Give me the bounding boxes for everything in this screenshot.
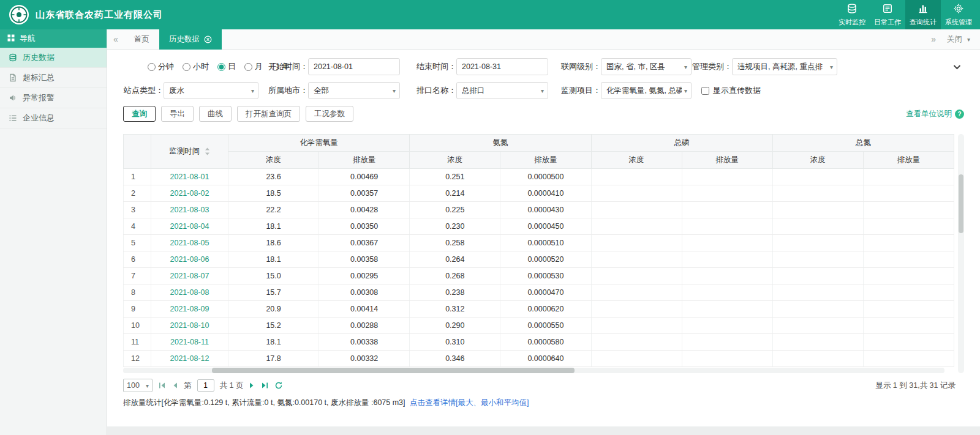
chevron-down-icon: ▾: [967, 36, 970, 43]
sub-header-emission: 排放量: [863, 152, 954, 169]
sort-icon[interactable]: [205, 147, 210, 155]
hour-radio[interactable]: [183, 63, 190, 71]
tab-history-data[interactable]: 历史数据: [159, 29, 222, 50]
last-page-icon[interactable]: [261, 382, 269, 389]
brand: 山东省联合农药工业有限公司: [0, 4, 163, 25]
sidebar-title: 导航: [0, 29, 107, 48]
next-page-icon[interactable]: [249, 382, 255, 389]
alarm-speaker-icon: [9, 94, 17, 102]
open-new-query-button[interactable]: 打开新查询页: [237, 106, 300, 122]
sidebar-item-history-data[interactable]: 历史数据: [0, 48, 107, 68]
curve-button[interactable]: 曲线: [199, 106, 232, 122]
direct-data-checkbox[interactable]: [701, 87, 709, 95]
collapse-filters-chevron-icon[interactable]: [952, 64, 962, 70]
table-row[interactable]: 12 2021-08-12 17.8 0.00332 0.346 0.00006…: [124, 351, 954, 367]
table-row[interactable]: 10 2021-08-10 15.2 0.00288 0.290 0.00005…: [124, 318, 954, 334]
main-area: 导航 历史数据 超标汇总 异常报警 企业信息 «: [0, 29, 980, 435]
tabs-scroll-right-icon[interactable]: »: [925, 34, 942, 44]
table-row[interactable]: 6 2021-08-06 18.1 0.00358 0.264 0.000052…: [124, 251, 954, 268]
prev-page-icon[interactable]: [172, 382, 178, 389]
start-time-input[interactable]: [308, 58, 400, 75]
monitor-date-cell[interactable]: 2021-08-11: [151, 334, 228, 351]
monitor-items-select[interactable]: 化学需氧量, 氨氮, 总磷, 总▾: [601, 82, 692, 99]
city-select[interactable]: 全部▾: [308, 82, 400, 99]
sidebar-item-company-info[interactable]: 企业信息: [0, 108, 107, 128]
table-row[interactable]: 2 2021-08-02 18.5 0.00357 0.214 0.000041…: [124, 185, 954, 202]
tab-home[interactable]: 首页: [124, 29, 159, 50]
refresh-icon[interactable]: [274, 381, 283, 390]
period-option-day[interactable]: 日: [217, 61, 236, 72]
vertical-scrollbar-thumb[interactable]: [959, 174, 963, 233]
vertical-scrollbar[interactable]: [958, 134, 964, 373]
monitor-date-cell[interactable]: 2021-08-06: [151, 251, 228, 268]
unit-note-link[interactable]: 查看单位说明 ?: [906, 109, 964, 119]
period-option-month[interactable]: 月: [244, 61, 263, 72]
period-option-hour[interactable]: 小时: [183, 61, 209, 72]
period-option-minute[interactable]: 分钟: [148, 61, 174, 72]
monitor-date-cell[interactable]: 2021-08-09: [151, 301, 228, 318]
nh3-concentration-cell: 0.264: [410, 251, 500, 268]
table-row[interactable]: 8 2021-08-08 15.7 0.00308 0.238 0.000047…: [124, 284, 954, 301]
nav-realtime-monitor[interactable]: 实时监控: [834, 0, 870, 29]
tabs-scroll-left-icon[interactable]: «: [107, 34, 124, 44]
monitor-date-cell[interactable]: 2021-08-07: [151, 268, 228, 284]
manage-type-select[interactable]: 违规项目, 高耗源, 重点排▾: [732, 58, 837, 75]
first-page-icon[interactable]: [158, 382, 166, 389]
tab-close-icon[interactable]: [204, 35, 212, 43]
table-row[interactable]: 1 2021-08-01 23.6 0.00469 0.251 0.000050…: [124, 169, 954, 185]
page-size-select[interactable]: 100 ▾: [123, 379, 153, 392]
monitor-date-cell[interactable]: 2021-08-01: [151, 169, 228, 185]
emission-stats-line: 排放量统计[化学需氧量:0.129 t, 累计流量:0 t, 氨氮:0.0017…: [123, 398, 964, 408]
nav-query-stats[interactable]: 查询统计: [905, 0, 941, 29]
table-row[interactable]: 11 2021-08-11 18.1 0.00338 0.310 0.00005…: [124, 334, 954, 351]
table-row[interactable]: 9 2021-08-09 20.9 0.00414 0.312 0.000062…: [124, 301, 954, 318]
column-header-monitor-time[interactable]: 监测时间: [151, 135, 228, 169]
query-button[interactable]: 查询: [123, 106, 156, 122]
monitor-date-cell[interactable]: 2021-08-08: [151, 284, 228, 301]
view-details-link[interactable]: 点击查看详情[最大、最小和平均值]: [410, 398, 529, 407]
nav-system-admin[interactable]: 系统管理: [941, 0, 976, 29]
sidebar-item-abnormal-alarm[interactable]: 异常报警: [0, 88, 107, 108]
table-row[interactable]: 4 2021-08-04 18.1 0.00350 0.230 0.000045…: [124, 218, 954, 235]
working-params-button[interactable]: 工况参数: [306, 106, 353, 122]
page-suffix-label: 共 1 页: [220, 381, 244, 391]
period-radio-group: 分钟 小时 日 月 年: [123, 61, 268, 72]
month-radio[interactable]: [244, 63, 252, 71]
station-type-select[interactable]: 废水▾: [164, 82, 258, 99]
app-root: 山东省联合农药工业有限公司 实时监控 日常工作 查询统计: [0, 0, 980, 435]
table-row[interactable]: 5 2021-08-05 18.6 0.00367 0.258 0.000051…: [124, 235, 954, 251]
network-level-select[interactable]: 国家, 省, 市, 区县▾: [601, 58, 692, 75]
cod-concentration-cell: 15.7: [228, 284, 319, 301]
horizontal-scrollbar-thumb[interactable]: [212, 368, 575, 373]
monitor-date-cell[interactable]: 2021-08-12: [151, 351, 228, 367]
monitor-date-cell[interactable]: 2021-08-02: [151, 185, 228, 202]
sidebar-title-label: 导航: [20, 33, 36, 44]
nav-daily-work[interactable]: 日常工作: [870, 0, 905, 29]
direct-data-checkbox-field[interactable]: 显示直传数据: [701, 85, 964, 96]
horizontal-scrollbar[interactable]: [123, 368, 944, 373]
sidebar-item-exceed-summary[interactable]: 超标汇总: [0, 68, 107, 88]
sub-header-concentration: 浓度: [410, 152, 500, 169]
monitor-date-cell[interactable]: 2021-08-05: [151, 235, 228, 251]
table-row[interactable]: 3 2021-08-03 22.2 0.00428 0.225 0.000043…: [124, 202, 954, 218]
monitor-date-cell[interactable]: 2021-08-03: [151, 202, 228, 218]
day-radio[interactable]: [217, 63, 225, 71]
tn-emission-cell: [863, 301, 954, 318]
monitor-date-cell[interactable]: 2021-08-10: [151, 318, 228, 334]
city-field: 所属地市： 全部▾: [268, 82, 416, 99]
page-number-input[interactable]: [197, 379, 214, 392]
export-button[interactable]: 导出: [161, 106, 194, 122]
monitor-items-field: 监测项目： 化学需氧量, 氨氮, 总磷, 总▾: [560, 82, 692, 99]
monitor-date-cell[interactable]: 2021-08-04: [151, 218, 228, 235]
tp-emission-cell: [682, 268, 772, 284]
tn-concentration-cell: [772, 218, 863, 235]
tn-concentration-cell: [772, 251, 863, 268]
end-time-input[interactable]: [456, 58, 548, 75]
start-time-field: 开始时间：: [268, 58, 416, 75]
table-row[interactable]: 7 2021-08-07 15.0 0.00295 0.268 0.000053…: [124, 268, 954, 284]
tp-emission-cell: [682, 334, 772, 351]
close-tabs-menu[interactable]: 关闭 ▾: [947, 34, 970, 45]
end-time-field: 结束时间：: [416, 58, 560, 75]
outlet-select[interactable]: 总排口▾: [456, 82, 548, 99]
minute-radio[interactable]: [148, 63, 156, 71]
